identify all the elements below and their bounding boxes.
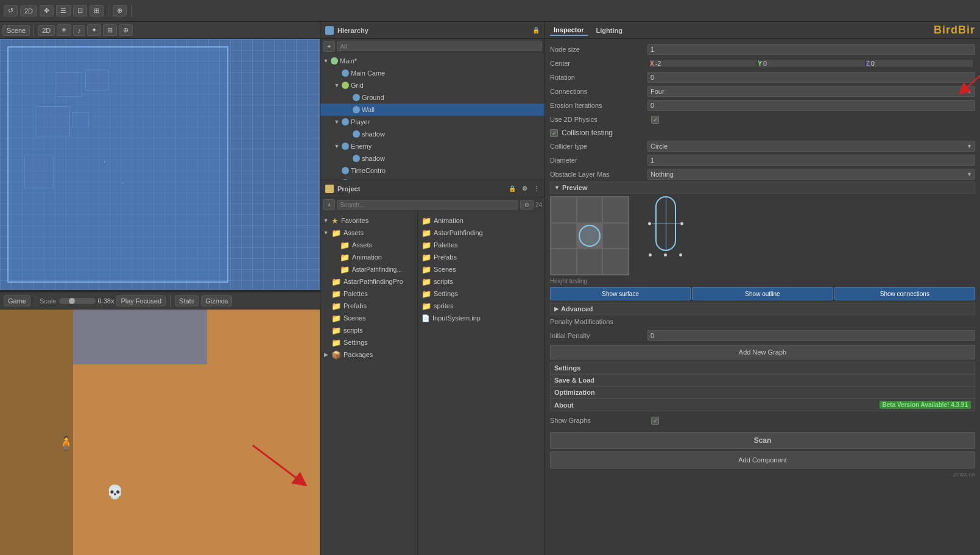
project-refresh-btn[interactable]: ⊙: [520, 200, 534, 210]
scripts-tree-item[interactable]: 📁 Scenes: [320, 312, 417, 324]
prefabs-tree-item[interactable]: 📁 Palettes: [320, 288, 417, 300]
save-load-section[interactable]: Save & Load: [550, 374, 975, 386]
project-add-btn[interactable]: +: [323, 199, 335, 210]
tree-item-shadow1[interactable]: shadow: [320, 128, 545, 140]
tree-item-timecontro[interactable]: TimeContro: [320, 164, 545, 177]
tree-item-player[interactable]: ▼ Player: [320, 116, 545, 128]
optimization-section[interactable]: Optimization: [550, 386, 975, 398]
show-connections-btn[interactable]: Show connections: [834, 287, 975, 300]
palettes-tree-item[interactable]: 📁 AstarPathfindingPro: [320, 275, 417, 288]
project-settings[interactable]: ⚙: [522, 185, 527, 192]
asset-animation[interactable]: 📁 Animation: [420, 214, 542, 227]
tree-item-ground[interactable]: Ground: [320, 91, 545, 104]
grid-cell-0: [551, 197, 577, 223]
dot-center: [664, 253, 667, 256]
scan-btn[interactable]: Scan: [550, 432, 975, 449]
show-outline-btn[interactable]: Show outline: [692, 287, 833, 300]
show-graphs-checkbox[interactable]: ✓: [651, 417, 659, 425]
asset-inputsystem[interactable]: 📄 InputSystem.inp: [420, 312, 542, 324]
star-icon: ★: [331, 216, 339, 225]
scale-tool-btn[interactable]: ⊡: [73, 5, 87, 16]
center-x-field[interactable]: X -2: [650, 60, 756, 67]
game-view-tab[interactable]: Game: [4, 295, 30, 306]
asset-scripts[interactable]: 📁 scripts: [420, 275, 542, 288]
grid-cell-6: [551, 249, 577, 275]
lighting-tab[interactable]: Lighting: [593, 26, 626, 35]
scene-view-tab[interactable]: Scene: [2, 25, 30, 36]
tree-item-maincame[interactable]: Main Came: [320, 67, 545, 79]
advanced-header[interactable]: ▶ Advanced: [550, 303, 975, 315]
hierarchy-add-btn[interactable]: +: [323, 41, 335, 52]
rotate-tool-btn[interactable]: ↺: [4, 5, 18, 16]
project-toolbar: + Search... ⊙ 24: [320, 197, 545, 212]
grid-cell-7: [577, 249, 603, 275]
sprites-tree-item[interactable]: 📁 Settings: [320, 336, 417, 348]
global-btn[interactable]: ⊕: [113, 5, 127, 16]
preview-header[interactable]: ▼ Preview: [550, 182, 975, 194]
grid-cell-1: [577, 197, 603, 223]
center-y-field[interactable]: Y 0: [758, 60, 864, 67]
collider-type-dropdown[interactable]: Circle ▼: [647, 141, 975, 152]
asset-scenes[interactable]: 📁 Scenes: [420, 263, 542, 275]
scene-fx-btn[interactable]: ✦: [87, 24, 101, 36]
astarPro-tree-item[interactable]: 📁 AstarPathfinding...: [320, 263, 417, 275]
initial-penalty-value[interactable]: 0: [647, 330, 975, 341]
scene-2d-btn[interactable]: 2D: [38, 25, 55, 36]
settings-section[interactable]: Settings: [550, 362, 975, 374]
project-search[interactable]: Search...: [337, 200, 518, 210]
settings-tree-item[interactable]: 📁 scripts: [320, 324, 417, 336]
assets-tree-item[interactable]: ▼ 📁 Assets: [320, 227, 417, 239]
tree-item-shadow2[interactable]: shadow: [320, 152, 545, 164]
connections-dropdown[interactable]: Four ▼: [647, 86, 975, 97]
asset-settings[interactable]: 📁 Settings: [420, 288, 542, 300]
about-section[interactable]: About Beta Version Available! 4.3.91: [550, 398, 975, 411]
asset-scripts-icon: 📁: [421, 277, 431, 286]
rotation-value[interactable]: 0: [647, 72, 975, 83]
add-new-graph-btn[interactable]: Add New Graph: [550, 345, 975, 359]
height-testing-label: Height testing: [550, 278, 975, 285]
show-surface-btn[interactable]: Show surface: [550, 287, 691, 300]
obstacle-dropdown[interactable]: Nothing ▼: [647, 169, 975, 180]
collision-checkbox[interactable]: ✓: [550, 129, 558, 137]
favorites-item[interactable]: ▼ ★ Favorites: [320, 214, 417, 227]
scale-slider[interactable]: [59, 298, 96, 304]
gizmos-btn[interactable]: Gizmos: [201, 295, 232, 306]
scene-light-btn[interactable]: ☀: [57, 24, 71, 36]
astar-tree-item[interactable]: 📁 Animation: [320, 251, 417, 263]
rect-tool-btn[interactable]: ⊞: [90, 5, 104, 16]
asset-astar[interactable]: 📁 AstarPathfinding: [420, 227, 542, 239]
animation-tree-item[interactable]: 📁 Assets: [320, 239, 417, 251]
use2d-checkbox[interactable]: ✓: [651, 116, 659, 124]
asset-prefabs-icon: 📁: [421, 253, 431, 262]
center-z-field[interactable]: Z 0: [866, 60, 973, 67]
tree-item-grid[interactable]: ▼ Grid: [320, 79, 545, 91]
add-component-btn[interactable]: Add Component: [550, 451, 975, 468]
2d-toggle-btn[interactable]: 2D: [20, 5, 37, 16]
stats-btn[interactable]: Stats: [175, 295, 199, 306]
project-more[interactable]: ⋮: [534, 185, 540, 192]
play-focused-btn[interactable]: Play Focused: [116, 295, 166, 306]
move-tool-btn[interactable]: ✥: [40, 5, 54, 16]
scene-grid-btn[interactable]: ⊞: [103, 24, 117, 36]
project-lock[interactable]: 🔒: [509, 185, 516, 192]
tree-item-astar[interactable]: A*: [320, 177, 545, 180]
hierarchy-search[interactable]: All: [337, 41, 542, 51]
packages-tree-item[interactable]: ▶ 📦 Packages: [320, 348, 417, 361]
hierarchy-icon: [325, 26, 334, 35]
tree-item-main[interactable]: ▼ Main*: [320, 55, 545, 67]
node-size-value[interactable]: 1: [647, 44, 975, 55]
tree-item-enemy[interactable]: ▼ Enemy: [320, 140, 545, 152]
asset-palettes[interactable]: 📁 Palettes: [420, 239, 542, 251]
scene-gizmos-btn[interactable]: ⊕: [119, 24, 133, 36]
scene-audio-btn[interactable]: ♪: [73, 25, 85, 36]
erosion-value[interactable]: 0: [647, 100, 975, 111]
hand-tool-btn[interactable]: ☰: [56, 5, 71, 16]
player-marker: ·: [122, 179, 124, 186]
tree-item-wall[interactable]: Wall: [320, 104, 545, 116]
scenes-tree-item[interactable]: 📁 Prefabs: [320, 300, 417, 312]
inspector-tab[interactable]: Inspector: [550, 25, 588, 36]
asset-prefabs[interactable]: 📁 Prefabs: [420, 251, 542, 263]
hierarchy-lock[interactable]: 🔒: [532, 27, 540, 34]
asset-sprites[interactable]: 📁 sprites: [420, 300, 542, 312]
diameter-value[interactable]: 1: [647, 155, 975, 166]
